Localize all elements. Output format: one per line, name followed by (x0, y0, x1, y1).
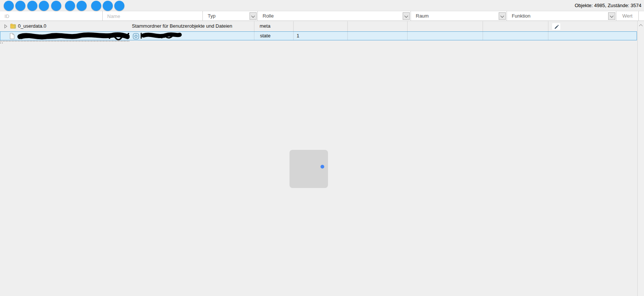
toolbar-button-5-icon[interactable] (51, 1, 61, 11)
raum-filter-value: Raum (416, 13, 429, 19)
file-icon (9, 33, 15, 39)
typ-dropdown-arrow-icon[interactable] (250, 12, 257, 20)
table-row-selected-state[interactable]: state 1 (0, 31, 637, 40)
redacted-object-id (17, 32, 130, 40)
wert-column-label: Wert (616, 13, 638, 19)
toolbar-button-4-icon[interactable] (39, 1, 49, 11)
rolle-filter-select[interactable]: Rolle (258, 11, 411, 21)
name-filter-input[interactable] (103, 11, 202, 21)
toolbar (0, 0, 644, 11)
expand-chevron-icon[interactable] (4, 24, 7, 28)
raum-filter-select[interactable]: Raum (411, 11, 507, 21)
column-divider (293, 21, 294, 40)
column-divider (254, 21, 254, 40)
rolle-dropdown-arrow-icon[interactable] (403, 12, 410, 20)
blue-dot (321, 165, 324, 169)
folder-icon (10, 24, 16, 29)
column-divider (407, 21, 408, 40)
row-type-text: state (260, 32, 270, 40)
filter-cell-id (0, 11, 103, 21)
row-name-text: Stammordner für Benutzerobjekte und Date… (132, 21, 232, 31)
state-icon (133, 33, 139, 40)
table-row-userdata[interactable]: 0_userdata.0 Stammordner für Benutzerobj… (0, 21, 637, 31)
redacted-object-name (140, 32, 182, 40)
rolle-filter-value: Rolle (263, 13, 274, 19)
filter-cell-name (103, 11, 203, 21)
toolbar-button-1-icon[interactable] (4, 1, 14, 11)
funktion-filter-value: Funktion (512, 13, 530, 19)
funktion-dropdown-arrow-icon[interactable] (608, 12, 615, 20)
column-divider (483, 21, 483, 40)
toolbar-button-10-icon[interactable] (114, 1, 124, 11)
toolbar-button-7-icon[interactable] (77, 1, 87, 11)
row-type-text: meta (260, 21, 270, 31)
vertical-scrollbar[interactable] (637, 21, 644, 296)
filter-row: Typ Rolle Raum Funktion Wert (0, 11, 644, 21)
toolbar-button-8-icon[interactable] (91, 1, 101, 11)
toolbar-button-3-icon[interactable] (27, 1, 37, 11)
raum-dropdown-arrow-icon[interactable] (499, 12, 506, 20)
row-value-text: 1 (297, 32, 299, 40)
row-id-text: 0_userdata.0 (18, 21, 46, 31)
typ-filter-select[interactable]: Typ (203, 11, 258, 21)
column-divider (347, 21, 348, 40)
funktion-filter-select[interactable]: Funktion (507, 11, 616, 21)
selection-dotted-line (0, 41, 129, 41)
edit-pencil-icon (554, 24, 559, 29)
filter-cell-spacer (639, 11, 644, 21)
toolbar-button-9-icon[interactable] (103, 1, 113, 11)
filter-cell-wert: Wert (616, 11, 639, 21)
edit-object-button[interactable] (552, 23, 560, 30)
selection-dotted-fragment (0, 43, 3, 43)
column-divider (548, 21, 548, 40)
toolbar-button-2-icon[interactable] (15, 1, 25, 11)
id-filter-input[interactable] (0, 11, 102, 21)
app-window: Objekte: 4985, Zustände: 3574 Typ Rolle … (0, 0, 644, 296)
scrollbar-up-icon[interactable] (639, 24, 643, 28)
toolbar-button-6-icon[interactable] (65, 1, 75, 11)
object-count-status: Objekte: 4985, Zustände: 3574 (575, 3, 641, 8)
drag-preview-square (290, 150, 328, 188)
typ-filter-value: Typ (208, 13, 216, 19)
